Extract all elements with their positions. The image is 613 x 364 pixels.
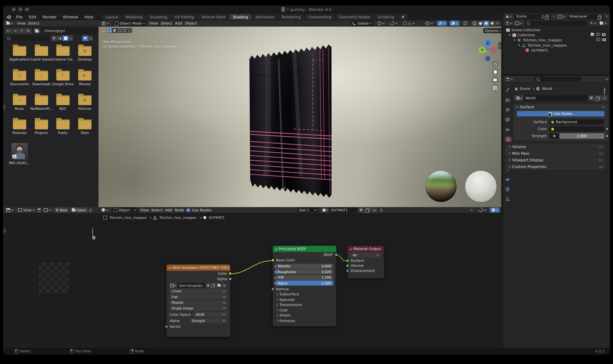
- tab-scene-icon[interactable]: [505, 127, 510, 132]
- pin-icon[interactable]: [604, 87, 605, 95]
- add-workspace-button[interactable]: [398, 14, 408, 20]
- file-item[interactable]: Sites: [74, 119, 96, 135]
- tab-world-icon[interactable]: [505, 136, 512, 142]
- pin-icon[interactable]: [89, 209, 92, 211]
- tab-compositing[interactable]: Compositing: [305, 14, 335, 20]
- interpolation-dropdown[interactable]: Linear: [169, 288, 227, 294]
- node-overlays-toggle[interactable]: [490, 208, 500, 212]
- socket-alpha[interactable]: [229, 277, 232, 281]
- panel-custom-properties[interactable]: Custom Properties: [506, 164, 606, 169]
- scene-name-field[interactable]: Scene: [514, 14, 551, 19]
- splitter[interactable]: [503, 74, 610, 76]
- filter-toggle[interactable]: [82, 36, 88, 41]
- world-color-field[interactable]: [549, 126, 604, 132]
- vp-menu-view[interactable]: View: [149, 21, 158, 26]
- back-button[interactable]: ←: [5, 28, 12, 34]
- image-texture-node-header[interactable]: idml-template-rf42027982-1001__1.p...: [167, 264, 230, 271]
- tab-physics-icon[interactable]: [505, 177, 510, 182]
- camera-icon[interactable]: [602, 33, 605, 36]
- collapse-icon[interactable]: [169, 266, 171, 269]
- socket-base-color[interactable]: [271, 259, 274, 262]
- tab-render-icon[interactable]: [505, 97, 510, 103]
- shader-node-canvas[interactable]: Tütchen_rissc_mappes Tütchen_rissc_mappe…: [98, 213, 501, 348]
- blender-logo-icon[interactable]: [6, 15, 11, 19]
- go-to-parent-node-tree[interactable]: ↖: [469, 208, 475, 212]
- panel-drag-dots[interactable]: [601, 106, 605, 108]
- disclosure-triangle[interactable]: [514, 40, 515, 41]
- node-image-texture[interactable]: idml-template-rf42027982-1001__1.p... Co…: [166, 264, 231, 337]
- file-item[interactable]: NUC: [52, 95, 74, 111]
- file-item[interactable]: Applications: [9, 46, 30, 61]
- file-item[interactable]: ♫Music: [9, 95, 30, 111]
- surface-panel-header[interactable]: Surface: [513, 104, 608, 110]
- world-copy[interactable]: [595, 95, 601, 101]
- editor-type-file-browser[interactable]: [5, 21, 14, 26]
- strength-widget[interactable]: 1.000: [549, 133, 604, 139]
- socket-bsdf[interactable]: [335, 253, 338, 256]
- tab-uv-editing[interactable]: UV Editing: [171, 14, 198, 20]
- panel-viewport-display[interactable]: Viewport Display: [506, 157, 606, 163]
- image-copy[interactable]: [211, 283, 216, 288]
- extension-dropdown[interactable]: Repeat: [169, 300, 227, 305]
- tab-geometry-nodes[interactable]: Geometry Nodes: [335, 14, 374, 20]
- world-unlink[interactable]: ×: [601, 95, 608, 101]
- show-gizmo-toggle[interactable]: [437, 21, 447, 26]
- socket-surface[interactable]: [346, 259, 349, 262]
- surface-shader-field[interactable]: Background: [549, 119, 604, 125]
- path-field[interactable]: /Users/grgr/: [42, 28, 99, 33]
- outliner-filter-dropdown[interactable]: [589, 21, 597, 26]
- image-datablock-dropdown[interactable]: [42, 208, 53, 212]
- file-item[interactable]: Postman: [9, 119, 30, 135]
- scene-unlink[interactable]: ×: [552, 14, 555, 18]
- menu-edit[interactable]: Edit: [26, 15, 40, 19]
- alpha-mode-dropdown[interactable]: Straight: [189, 318, 227, 323]
- tree-object[interactable]: Tütchen_rissc_mappes: [513, 38, 562, 43]
- outliner-search-input[interactable]: [525, 21, 587, 26]
- snapping-group[interactable]: [389, 21, 399, 26]
- new-folder-button[interactable]: [34, 28, 40, 34]
- sh-menu-view[interactable]: View: [140, 208, 149, 212]
- pan-view-button[interactable]: [492, 69, 498, 76]
- file-item[interactable]: ▤Documents: [9, 71, 30, 86]
- file-item-image[interactable]: IMG-20161...: [9, 143, 30, 165]
- tab-shading[interactable]: Shading: [229, 14, 252, 20]
- image-open[interactable]: [216, 283, 222, 288]
- eye-icon[interactable]: [596, 33, 600, 36]
- tab-viewlayer-icon[interactable]: [505, 117, 510, 123]
- outliner-restriction-dropdown[interactable]: [514, 21, 523, 26]
- editor-type-properties[interactable]: [506, 77, 513, 82]
- imged-pan-button[interactable]: [92, 236, 95, 239]
- breadcrumb-world[interactable]: World: [542, 87, 552, 91]
- sh-menu-select[interactable]: Select: [151, 208, 163, 212]
- shader-type-dropdown[interactable]: Object: [112, 208, 138, 212]
- open-image-button[interactable]: Open: [70, 208, 88, 212]
- collapse-icon[interactable]: [349, 247, 352, 250]
- disclosure-triangle[interactable]: [518, 45, 520, 46]
- node-snapping-group[interactable]: [477, 208, 488, 212]
- tree-material[interactable]: OUTMAT1: [525, 48, 548, 53]
- socket-color[interactable]: [229, 272, 232, 275]
- section-transmission[interactable]: Transmission: [273, 302, 336, 308]
- tab-texture-paint[interactable]: Texture Paint: [198, 14, 229, 20]
- vp-menu-add[interactable]: Add: [175, 21, 182, 26]
- tab-output-icon[interactable]: [505, 107, 510, 113]
- color-space-dropdown[interactable]: sRGB: [193, 312, 227, 317]
- sh-menu-node[interactable]: Node: [174, 208, 184, 212]
- panel-volume[interactable]: Volume: [506, 144, 606, 150]
- viewlayer-unlink[interactable]: ×: [605, 14, 608, 18]
- properties-search-input[interactable]: [534, 77, 581, 82]
- camera-view-button[interactable]: [492, 77, 498, 83]
- source-dropdown[interactable]: Single Image: [169, 306, 227, 311]
- tree-scene-collection[interactable]: Scene Collection: [506, 28, 541, 32]
- material-output-node-header[interactable]: Material Output: [347, 246, 384, 252]
- socket-normal[interactable]: [271, 287, 274, 290]
- up-button[interactable]: ↑: [18, 28, 25, 34]
- menu-render[interactable]: Render: [40, 15, 60, 19]
- section-emission[interactable]: Emission: [273, 318, 336, 323]
- use-nodes-button[interactable]: Use Nodes: [517, 111, 604, 117]
- world-browse-dropdown[interactable]: [514, 95, 523, 101]
- socket-vector[interactable]: [165, 325, 168, 328]
- vp-menu-select[interactable]: Select: [161, 21, 172, 26]
- fb-menu-select[interactable]: Select: [28, 21, 40, 26]
- transform-orientation-dropdown[interactable]: Global: [351, 21, 373, 26]
